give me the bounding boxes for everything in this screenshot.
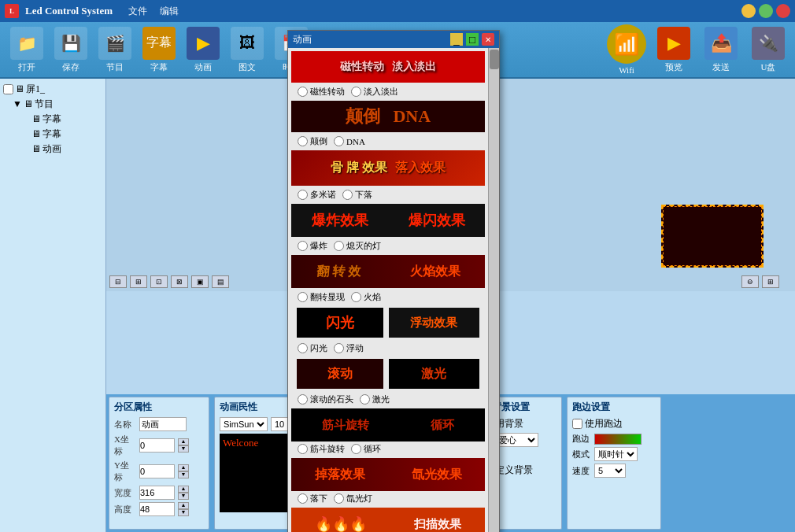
radio-somersault[interactable] xyxy=(298,444,308,454)
radio-dna[interactable] xyxy=(334,136,344,146)
radio-loop[interactable] xyxy=(351,444,361,454)
popup-close[interactable]: ✕ xyxy=(482,33,494,46)
effect-radio-loop[interactable]: 循环 xyxy=(351,443,381,455)
popup-window-controls: _ □ ✕ xyxy=(450,33,494,46)
effect-group-8: 筋斗旋转循环 筋斗旋转 循环 xyxy=(291,408,485,456)
radio-xenon[interactable] xyxy=(334,493,344,504)
effect-banner-6: 闪光 浮动效果 xyxy=(291,306,485,339)
effect-banner-9: 掉落效果氙光效果 xyxy=(291,458,485,491)
radio-explode[interactable] xyxy=(298,241,308,251)
effect-group-1: 磁性转动 淡入淡出 磁性转动 淡入淡出 xyxy=(291,51,485,99)
popup-titlebar: 动画 _ □ ✕ xyxy=(288,31,499,48)
effect-group-7: 滚动 激光 滚动的石头 激光 xyxy=(291,357,485,407)
effect-radio-fire[interactable]: 火焰 xyxy=(351,291,381,303)
effect-radio-domino[interactable]: 多米诺 xyxy=(298,189,336,201)
effect-radio-roll[interactable]: 滚动的石头 xyxy=(298,393,353,405)
effect-options-4: 爆炸 熄灭的灯 xyxy=(291,238,485,253)
effect-radio-fall[interactable]: 下落 xyxy=(342,189,372,201)
effect-radio-explode[interactable]: 爆炸 xyxy=(298,240,327,252)
radio-laser[interactable] xyxy=(360,394,370,405)
effect-group-9: 掉落效果氙光效果 落下 氙光灯 xyxy=(291,458,485,506)
popup-body[interactable]: 磁性转动 淡入淡出 磁性转动 淡入淡出 颠倒 DNA xyxy=(288,48,488,532)
radio-roll[interactable] xyxy=(298,394,308,405)
effect-group-6: 闪光 浮动效果 闪光 浮动 xyxy=(291,306,485,356)
radio-float[interactable] xyxy=(334,343,344,353)
effect-radio-blink[interactable]: 闪光 xyxy=(298,342,327,354)
radio-fire[interactable] xyxy=(351,292,361,302)
effect-options-9: 落下 氙光灯 xyxy=(291,491,485,506)
effect-radio-magnetic[interactable]: 磁性转动 xyxy=(298,86,345,98)
effect-radio-rotate[interactable]: 翻转显现 xyxy=(298,291,345,303)
effect-radio-laser[interactable]: 激光 xyxy=(360,393,390,405)
effect-options-1: 磁性转动 淡入淡出 xyxy=(291,84,485,99)
radio-domino[interactable] xyxy=(298,190,308,200)
effect-radio-somersault[interactable]: 筋斗旋转 xyxy=(298,443,345,455)
effect-radio-flash[interactable]: 熄灭的灯 xyxy=(334,240,381,252)
effect-banner-3: 骨 牌 效果 落入效果 xyxy=(291,150,485,186)
effect-options-5: 翻转显现 火焰 xyxy=(291,290,485,305)
effect-group-5: 翻 转 效 火焰效果 翻转显现 火焰 xyxy=(291,255,485,305)
radio-flip[interactable] xyxy=(298,136,308,146)
effect-radio-float[interactable]: 浮动 xyxy=(334,342,364,354)
radio-fall[interactable] xyxy=(342,190,353,200)
popup-maximize[interactable]: □ xyxy=(466,33,479,46)
popup-scrollbar[interactable] xyxy=(488,48,499,532)
effect-banner-2: 颠倒 DNA xyxy=(291,101,485,132)
popup-minimize[interactable]: _ xyxy=(450,33,463,46)
effect-banner-10: 🔥🔥🔥扫描效果 xyxy=(291,508,485,532)
popup-content: 磁性转动 淡入淡出 磁性转动 淡入淡出 颠倒 DNA xyxy=(288,48,499,532)
radio-drop[interactable] xyxy=(298,493,308,504)
effect-radio-dna[interactable]: DNA xyxy=(334,135,365,147)
effect-options-2: 颠倒 DNA xyxy=(291,134,485,149)
effect-banner-1: 磁性转动 淡入淡出 xyxy=(291,51,485,83)
effect-radio-fade[interactable]: 淡入淡出 xyxy=(351,86,398,98)
effect-banner-7: 滚动 激光 xyxy=(291,357,485,390)
radio-rotate[interactable] xyxy=(298,292,308,302)
effect-options-6: 闪光 浮动 xyxy=(291,341,485,356)
radio-flash[interactable] xyxy=(334,241,344,251)
popup-overlay: 动画 _ □ ✕ 磁性转动 淡入淡出 磁性转动 xyxy=(0,0,795,532)
scrollbar-thumb[interactable] xyxy=(490,50,499,69)
radio-fade[interactable] xyxy=(351,87,361,97)
effect-group-2: 颠倒 DNA 颠倒 DNA xyxy=(291,101,485,149)
radio-magnetic[interactable] xyxy=(298,87,308,97)
effect-banner-5: 翻 转 效 火焰效果 xyxy=(291,255,485,288)
effect-options-7: 滚动的石头 激光 xyxy=(291,392,485,407)
effect-group-4: 爆炸效果爆闪效果 爆炸 熄灭的灯 xyxy=(291,204,485,253)
effect-banner-8: 筋斗旋转循环 xyxy=(291,408,485,441)
effect-group-10: 🔥🔥🔥扫描效果 Nimbus 光学扫描 xyxy=(291,508,485,532)
effect-banner-4: 爆炸效果爆闪效果 xyxy=(291,204,485,237)
effect-radio-drop[interactable]: 落下 xyxy=(298,493,327,504)
popup-title: 动画 xyxy=(293,33,312,46)
popup-dialog: 动画 _ □ ✕ 磁性转动 淡入淡出 磁性转动 xyxy=(287,30,500,532)
effect-options-8: 筋斗旋转 循环 xyxy=(291,441,485,456)
effect-options-3: 多米诺 下落 xyxy=(291,187,485,202)
effect-group-3: 骨 牌 效果 落入效果 多米诺 下落 xyxy=(291,150,485,202)
radio-blink[interactable] xyxy=(298,343,308,353)
effect-radio-xenon[interactable]: 氙光灯 xyxy=(334,493,372,504)
effect-radio-flip[interactable]: 颠倒 xyxy=(298,135,327,147)
